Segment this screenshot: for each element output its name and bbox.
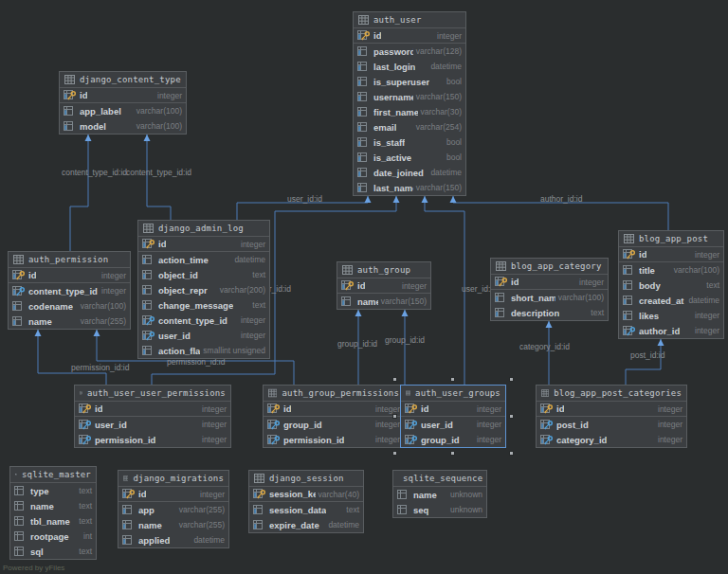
table-name: blog_app_post: [639, 234, 708, 243]
column-type: integer: [437, 31, 462, 41]
column-icon: [122, 505, 136, 515]
column-icon: [253, 520, 266, 530]
column-type: varchar(255): [81, 316, 126, 326]
relationship-edge[interactable]: [626, 339, 661, 385]
column-name: session_data: [269, 505, 326, 515]
primary-key-icon: [142, 239, 155, 249]
relationship-edge[interactable]: [38, 330, 106, 385]
table-django-admin-log[interactable]: django_admin_log idinteger action_timeda…: [137, 220, 270, 359]
table-django-content-type[interactable]: django_content_type idinteger app_labelv…: [59, 71, 187, 135]
table-auth-user-groups[interactable]: auth_user_groups idinteger user_idintege…: [400, 385, 506, 448]
table-header[interactable]: auth_permission: [9, 252, 130, 268]
table-django-session[interactable]: django_session session_keyvarchar(40) se…: [248, 470, 364, 533]
table-header[interactable]: django_migrations: [118, 471, 228, 487]
primary-key-icon: [253, 489, 266, 499]
column-name: model: [80, 121, 106, 132]
column-name: body: [639, 280, 661, 291]
table-auth-user[interactable]: auth_user idinteger passwordvarchar(128)…: [353, 11, 466, 196]
table-auth-group-permissions[interactable]: auth_group_permissions idinteger group_i…: [263, 385, 405, 448]
relationship-edge[interactable]: [70, 135, 88, 251]
column-name: sql: [30, 547, 44, 557]
column-row: user_idinteger: [138, 328, 269, 343]
column-type: varchar(30): [421, 107, 462, 117]
foreign-key-icon: [79, 420, 92, 430]
table-auth-group[interactable]: auth_group idinteger namevarchar(150): [337, 261, 431, 310]
table-header[interactable]: auth_group: [337, 262, 430, 278]
table-header[interactable]: blog_app_category: [491, 259, 608, 275]
primary-key-icon: [79, 404, 92, 414]
primary-key-icon: [122, 489, 136, 499]
table-sqlite-sequence[interactable]: sqlite_sequence nameunknown sequnknown: [392, 470, 487, 518]
table-sqlite-master[interactable]: sqlite_master typetext nametext tbl_name…: [9, 466, 97, 560]
table-header[interactable]: auth_group_permissions: [264, 386, 404, 402]
table-header[interactable]: auth_user: [354, 12, 465, 28]
foreign-key-icon: [623, 326, 636, 336]
arrowhead-icon: [355, 310, 362, 316]
selection-handle[interactable]: [392, 451, 397, 456]
column-type: text: [79, 501, 92, 511]
relationship-edge[interactable]: [147, 135, 171, 220]
column-type: integer: [375, 404, 400, 414]
column-row: appvarchar(255): [118, 502, 228, 517]
selection-handle[interactable]: [509, 451, 514, 456]
er-diagram-canvas[interactable]: Powered by yFiles content_type_id:idcont…: [0, 0, 728, 574]
table-name: django_content_type: [80, 75, 181, 84]
table-name: auth_group_permissions: [282, 388, 399, 398]
arrowhead-icon: [35, 330, 42, 336]
column-icon: [14, 516, 27, 527]
column-icon: [357, 152, 371, 163]
edge-label: group_id:id: [385, 335, 425, 345]
column-name: id: [357, 280, 365, 291]
column-row: idinteger: [264, 402, 404, 417]
column-name: id: [138, 489, 146, 499]
column-row: rootpageint: [10, 529, 96, 544]
table-blog-app-category[interactable]: blog_app_category idinteger short_nameva…: [490, 258, 609, 321]
selection-handle[interactable]: [450, 377, 455, 382]
selection-handle[interactable]: [509, 377, 514, 382]
table-header[interactable]: auth_user_user_permissions: [75, 386, 230, 402]
column-type: integer: [202, 404, 227, 414]
column-name: id: [80, 90, 87, 100]
table-auth-user-user-permissions[interactable]: auth_user_user_permissions idinteger use…: [74, 385, 231, 448]
column-row: usernamevarchar(150): [354, 89, 465, 104]
column-icon: [14, 501, 27, 511]
table-header[interactable]: sqlite_sequence: [393, 471, 486, 487]
column-name: app: [138, 505, 155, 515]
column-icon: [357, 62, 371, 72]
column-type: unknown: [450, 505, 482, 514]
column-type: datetime: [430, 62, 462, 71]
selection-handle[interactable]: [450, 451, 455, 456]
column-icon: [142, 255, 155, 265]
table-name: blog_app_post_categories: [554, 388, 682, 398]
selection-handle[interactable]: [392, 414, 397, 419]
table-blog-app-post-categories[interactable]: blog_app_post_categories idinteger post_…: [536, 385, 687, 448]
selection-handle[interactable]: [509, 414, 514, 419]
column-row: date_joineddatetime: [354, 165, 465, 180]
column-name: id: [283, 404, 291, 414]
table-auth-permission[interactable]: auth_permission idinteger content_type_i…: [8, 251, 131, 330]
column-row: session_keyvarchar(40): [249, 487, 363, 502]
table-header[interactable]: django_session: [249, 471, 363, 487]
column-row: expire_datedatetime: [249, 517, 363, 532]
table-header[interactable]: django_content_type: [60, 72, 186, 88]
table-blog-app-post[interactable]: blog_app_post idinteger titlevarchar(100…: [618, 230, 724, 339]
column-row: namevarchar(150): [337, 294, 430, 309]
table-header[interactable]: sqlite_master: [10, 467, 96, 483]
arrowhead-icon: [422, 196, 428, 203]
table-header[interactable]: blog_app_post_categories: [537, 386, 686, 402]
column-row: group_idinteger: [401, 432, 505, 447]
column-row: titlevarchar(100): [619, 262, 723, 278]
table-icon: [13, 255, 24, 264]
column-name: created_at: [639, 296, 684, 306]
column-row: tbl_nametext: [10, 513, 96, 529]
table-django-migrations[interactable]: django_migrations idinteger appvarchar(2…: [118, 470, 229, 548]
table-header[interactable]: auth_user_groups: [401, 386, 505, 402]
selection-handle[interactable]: [392, 377, 397, 382]
column-row: emailvarchar(254): [354, 119, 465, 135]
column-type: integer: [477, 435, 501, 444]
table-icon: [64, 75, 75, 84]
column-name: app_label: [80, 106, 121, 117]
table-icon: [15, 470, 17, 479]
table-header[interactable]: blog_app_post: [619, 231, 723, 247]
table-header[interactable]: django_admin_log: [138, 221, 269, 237]
